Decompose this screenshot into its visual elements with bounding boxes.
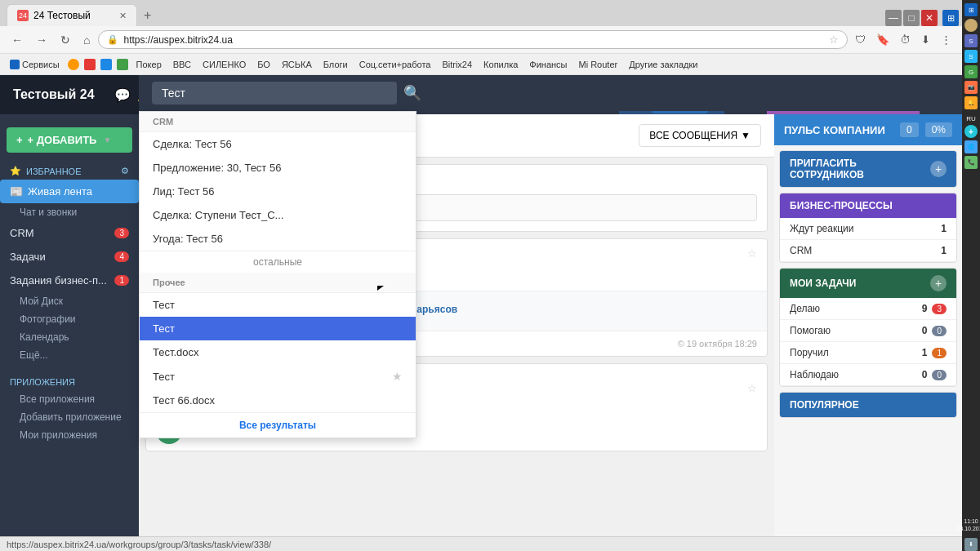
bookmark-favicon-1[interactable] (68, 59, 79, 70)
search-item-crm-1[interactable]: Сделка: Тест 56 (140, 132, 416, 156)
sidebar-online-icon[interactable]: + (964, 125, 978, 138)
feed-label: Живая лента (28, 185, 92, 198)
windows-start-icon[interactable]: ⊞ (964, 3, 978, 16)
add-label: + ДОБАВИТЬ (28, 134, 97, 146)
tasks-badge: 4 (114, 251, 129, 262)
address-bar[interactable]: 🔒 https://auspex.bitrix24.ua ☆ (98, 30, 848, 49)
search-dropdown: CRM Сделка: Тест 56 Предложение: 30, Тес… (139, 111, 416, 438)
nav-item-disk[interactable]: Мой Диск (0, 292, 139, 310)
sidebar-g-icon[interactable]: G (964, 65, 978, 78)
bookmark-bo[interactable]: БО (252, 58, 275, 71)
feed-icon: 📰 (10, 185, 23, 198)
apps-label: ПРИЛОЖЕНИЯ (10, 377, 75, 387)
bookmarks-bar: Сервисы Покер ВВС СИЛЕНКО БО ЯСЬКА Блоги (0, 54, 962, 75)
history-btn[interactable]: ⏱ (896, 31, 915, 48)
search-item-other-1[interactable]: Тест (140, 293, 416, 317)
bookmark-favicon-3[interactable] (100, 59, 112, 70)
bookmark-yaska[interactable]: ЯСЬКА (277, 58, 317, 71)
search-item-crm-2[interactable]: Предложение: 30, Тест 56 (140, 156, 416, 180)
nav-item-chat[interactable]: Чат и звонки (0, 203, 139, 221)
windows-btn[interactable]: ⊞ (942, 10, 959, 26)
minimize-btn[interactable]: — (885, 10, 902, 26)
bookmark-social[interactable]: Соц.сети+работа (354, 58, 436, 71)
download-btn[interactable]: ⬇ (917, 31, 934, 48)
biz-label: Задания бизнес-п... (10, 274, 107, 287)
search-item-crm-5[interactable]: Угода: Тест 56 (140, 227, 416, 251)
bookmark-poker[interactable]: Покер (131, 58, 167, 71)
bookmark-favicon-2[interactable] (84, 59, 96, 70)
search-item-other-2[interactable]: Тест (140, 317, 416, 340)
favorites-label: ИЗБРАННОЕ (26, 167, 82, 176)
home-btn[interactable]: ⌂ (78, 30, 95, 50)
bookmark-router[interactable]: Mi Router (574, 58, 623, 71)
extensions-btn[interactable]: 🛡 (851, 31, 870, 48)
nav-actions: 🛡 🔖 ⏱ ⬇ ⋮ (851, 31, 956, 48)
reload-btn[interactable]: ↻ (56, 30, 75, 50)
bookmark-servisy[interactable]: Сервисы (5, 58, 65, 71)
search-submit-icon[interactable]: 🔍 (403, 84, 421, 102)
chat-icon[interactable]: 💬 (114, 87, 131, 103)
search-bar: 🔍 (139, 75, 962, 111)
forward-btn[interactable]: → (31, 30, 52, 50)
sidebar-skype-icon[interactable]: S (964, 34, 978, 47)
star-icon[interactable]: ☆ (829, 33, 839, 46)
bookmark-favicon-4[interactable] (117, 59, 128, 70)
nav-bar: ← → ↻ ⌂ 🔒 https://auspex.bitrix24.ua ☆ 🛡… (0, 26, 962, 54)
sidebar-phone-icon[interactable]: 📞 (964, 156, 978, 169)
sidebar-avatar-icon[interactable] (964, 19, 978, 32)
other-section-header: Прочее (140, 273, 416, 293)
bookmark-star-btn[interactable]: 🔖 (872, 31, 893, 48)
bookmark-kopilka[interactable]: Копилка (479, 58, 523, 71)
windows-sidebar: ⊞ S S G 📷 🔔 RU + 🌐 📞 11:10 24.10.2016 ⬇ (962, 0, 980, 551)
search-item-other-5[interactable]: Тест 66.docx (140, 389, 416, 412)
close-btn[interactable]: ✕ (921, 10, 938, 26)
search-item-crm-4[interactable]: Сделка: Ступени Тест_С... (140, 203, 416, 227)
star-icon-item: ★ (392, 370, 403, 383)
nav-item-my-apps[interactable]: Мои приложения (0, 426, 139, 444)
search-input[interactable] (152, 82, 397, 104)
maximize-btn[interactable]: □ (903, 10, 920, 26)
search-more-crm[interactable]: остальные (140, 251, 416, 273)
menu-btn[interactable]: ⋮ (937, 31, 956, 48)
bookmark-silenko[interactable]: СИЛЕНКО (198, 58, 251, 71)
new-tab-btn[interactable]: + (137, 5, 158, 26)
tab-close-btn[interactable]: ✕ (119, 11, 127, 21)
sidebar-cam-icon[interactable]: 📷 (964, 81, 978, 94)
all-results-link[interactable]: Все результаты (140, 412, 416, 438)
tab-bar: 24 24 Тестовый ✕ + — □ ✕ ⊞ (0, 0, 962, 26)
tasks-label: Задачи (10, 251, 46, 263)
search-item-other-3[interactable]: Тест.docx (140, 340, 416, 364)
nav-item-tasks[interactable]: Задачи 4 (0, 245, 139, 269)
logo-text: Тестовый 24 (13, 87, 95, 102)
sidebar-globe-icon[interactable]: 🌐 (964, 140, 978, 153)
sidebar-skype2-icon[interactable]: S (964, 50, 978, 63)
bookmark-blogs[interactable]: Блоги (318, 58, 353, 71)
search-item-other-4[interactable]: Тест ★ (140, 364, 416, 389)
back-btn[interactable]: ← (7, 30, 28, 50)
nav-item-crm[interactable]: CRM 3 (0, 221, 139, 245)
search-overlay: 🔍 CRM Сделка: Тест 56 Предложение: 30, Т… (139, 75, 962, 438)
sidebar-download-icon[interactable]: ⬇ (964, 538, 978, 551)
nav-item-all-apps[interactable]: Все приложения (0, 390, 139, 408)
nav-item-feed[interactable]: 📰 Живая лента (0, 180, 139, 203)
bitrix-header: Тестовый 24 💬 🔔 ⚙ 🔍 (0, 75, 962, 114)
nav-item-biz[interactable]: Задания бизнес-п... 1 (0, 269, 139, 292)
add-btn[interactable]: + + ДОБАВИТЬ ▼ (7, 127, 132, 153)
bookmark-vvs[interactable]: ВВС (168, 58, 196, 71)
fav-gear-icon[interactable]: ⚙ (121, 166, 129, 176)
sidebar-ru-label[interactable]: RU (966, 115, 976, 122)
crm-label: CRM (10, 227, 34, 239)
nav-item-add-app[interactable]: Добавить приложение (0, 408, 139, 426)
search-item-crm-3[interactable]: Лид: Тест 56 (140, 180, 416, 203)
bookmark-bitrix[interactable]: Bitrix24 (437, 58, 477, 71)
bookmark-finansy[interactable]: Финансы (524, 58, 572, 71)
lock-icon: 🔒 (107, 34, 118, 45)
nav-item-calendar[interactable]: Календарь (0, 328, 139, 346)
active-tab[interactable]: 24 24 Тестовый ✕ (7, 4, 137, 26)
favorites-section[interactable]: ⭐ ИЗБРАННОЕ ⚙ (0, 159, 139, 180)
nav-item-more[interactable]: Ещё... (0, 346, 139, 364)
nav-item-photos[interactable]: Фотографии (0, 310, 139, 328)
sidebar-notif-icon[interactable]: 🔔 (964, 96, 978, 109)
bookmark-others[interactable]: Другие закладки (624, 58, 702, 71)
biz-badge: 1 (114, 275, 129, 286)
